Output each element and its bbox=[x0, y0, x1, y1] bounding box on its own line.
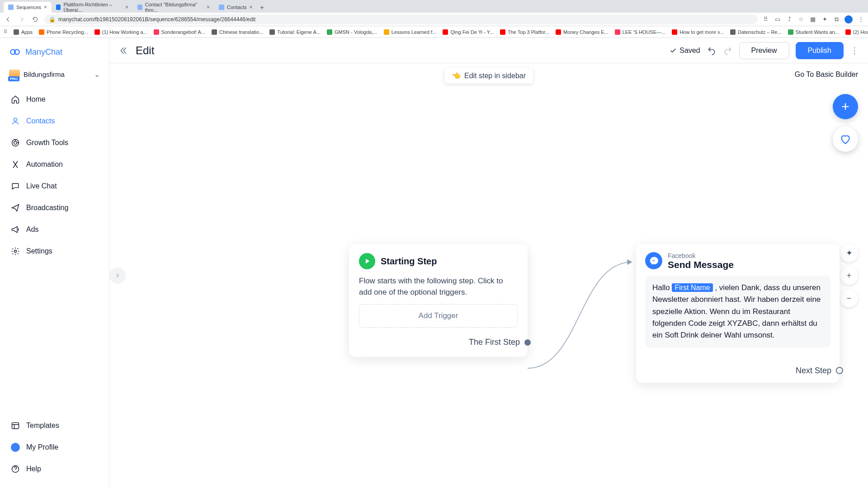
bookmark-item[interactable]: Sonderangebot! A... bbox=[154, 29, 205, 35]
bookmark-item[interactable]: (2) How To Add A... bbox=[845, 29, 868, 35]
back-icon[interactable] bbox=[118, 45, 129, 56]
sidebar-item-contacts[interactable]: Contacts bbox=[5, 111, 104, 131]
reload-button[interactable] bbox=[31, 15, 40, 24]
close-icon[interactable]: × bbox=[249, 4, 252, 10]
sidebar-item-livechat[interactable]: Live Chat bbox=[5, 176, 104, 196]
bookmarks-apps[interactable]: ⠿ bbox=[4, 29, 7, 35]
add-node-button[interactable]: + bbox=[833, 94, 858, 119]
zoom-out-button[interactable]: − bbox=[840, 289, 858, 307]
brand[interactable]: ManyChat bbox=[0, 42, 109, 64]
kebab-icon[interactable]: ⋮ bbox=[850, 46, 859, 56]
chat-icon bbox=[11, 182, 20, 191]
bookmark-favicon-icon bbox=[154, 29, 159, 35]
topbar: Edit Saved Preview Publish ⋮ bbox=[109, 38, 868, 63]
browser-tab[interactable]: Sequences × bbox=[4, 2, 52, 13]
bookmark-item[interactable]: The Top 3 Platfor... bbox=[500, 29, 549, 35]
forward-button[interactable] bbox=[17, 15, 26, 24]
sidebar-collapse-handle[interactable] bbox=[109, 267, 126, 284]
send-icon bbox=[11, 203, 20, 212]
bookmark-item[interactable]: Qing Fei De Yi - Y... bbox=[443, 29, 494, 35]
browser-tab[interactable]: Contact "Bildungsfirma" thro... × bbox=[133, 2, 214, 13]
app: ManyChat PRO Bildungsfirma ⌄ Home Contac… bbox=[0, 38, 868, 488]
ext-icon[interactable]: ▦ bbox=[809, 16, 816, 23]
redo-button[interactable] bbox=[723, 46, 733, 56]
megaphone-icon bbox=[11, 225, 20, 234]
translate-icon[interactable]: ⠿ bbox=[762, 16, 769, 23]
bookmark-item[interactable]: Money Changes E... bbox=[556, 29, 609, 35]
send-message-card[interactable]: Facebook Send Message Hallo First Name ,… bbox=[636, 244, 840, 383]
bookmark-item[interactable]: Apps bbox=[14, 29, 33, 35]
puzzle-icon[interactable]: ✦ bbox=[821, 16, 828, 23]
gift-icon[interactable]: ⧉ bbox=[833, 16, 840, 23]
saved-status: Saved bbox=[670, 47, 700, 55]
flow-canvas[interactable]: 👈 Edit step in sidebar Go To Basic Build… bbox=[109, 63, 868, 488]
tab-title: Contacts bbox=[227, 5, 246, 10]
bookmark-item[interactable]: Chinese translatio... bbox=[212, 29, 263, 35]
workspace-selector[interactable]: PRO Bildungsfirma ⌄ bbox=[6, 67, 103, 81]
saved-label: Saved bbox=[679, 47, 700, 55]
next-step-label: Next Step bbox=[796, 366, 831, 375]
edit-sidebar-pill[interactable]: 👈 Edit step in sidebar bbox=[444, 68, 533, 84]
kebab-icon[interactable]: ⋮ bbox=[857, 16, 864, 23]
bookmark-label: (1) How Working a... bbox=[102, 29, 147, 35]
close-icon[interactable]: × bbox=[207, 4, 210, 10]
svg-point-2 bbox=[14, 118, 17, 121]
bookmark-item[interactable]: Student Wants an... bbox=[788, 29, 839, 35]
back-button[interactable] bbox=[4, 15, 13, 24]
preview-button[interactable]: Preview bbox=[739, 42, 789, 59]
sidebar-item-automation[interactable]: Automation bbox=[5, 155, 104, 174]
sidebar-item-profile[interactable]: My Profile bbox=[5, 437, 104, 457]
favicon-icon bbox=[219, 5, 224, 10]
add-trigger-button[interactable]: Add Trigger bbox=[359, 304, 518, 328]
pro-badge: PRO bbox=[8, 76, 19, 81]
sidebar-item-growth[interactable]: Growth Tools bbox=[5, 133, 104, 153]
sidebar-item-broadcasting[interactable]: Broadcasting bbox=[5, 198, 104, 218]
basic-builder-button[interactable]: Go To Basic Builder bbox=[791, 68, 862, 81]
favicon-icon bbox=[56, 5, 61, 10]
sidebar-item-label: Ads bbox=[26, 225, 39, 234]
bookmark-label: Money Changes E... bbox=[563, 29, 609, 35]
automation-icon bbox=[11, 160, 20, 169]
bookmark-item[interactable]: (1) How Working a... bbox=[94, 29, 147, 35]
bookmark-item[interactable]: Phone Recycling... bbox=[39, 29, 88, 35]
browser-tab[interactable]: Contacts × bbox=[214, 2, 257, 13]
publish-button[interactable]: Publish bbox=[796, 42, 844, 59]
browser-tab[interactable]: Plattform-Richtlinien – Übersi... × bbox=[52, 2, 133, 13]
bookmark-label: Chinese translatio... bbox=[219, 29, 263, 35]
zoom-in-button[interactable]: + bbox=[840, 267, 858, 285]
sidebar-item-label: Growth Tools bbox=[26, 139, 68, 147]
tab-title: Plattform-Richtlinien – Übersi... bbox=[63, 2, 123, 13]
favorite-button[interactable] bbox=[833, 127, 858, 152]
close-icon[interactable]: × bbox=[125, 4, 128, 10]
starting-step-card[interactable]: Starting Step Flow starts with the follo… bbox=[349, 244, 528, 357]
url-field[interactable]: 🔒 manychat.com/fb198150208192061B/sequen… bbox=[44, 14, 758, 24]
share-icon[interactable]: ⤴ bbox=[786, 16, 793, 23]
magic-button[interactable]: ✦ bbox=[840, 244, 858, 262]
url-text: manychat.com/fb198150208192061B/sequence… bbox=[58, 16, 255, 23]
message-bubble[interactable]: Hallo First Name , vielen Dank, dass du … bbox=[645, 276, 830, 348]
bookmark-item[interactable]: Lessons Learned f... bbox=[384, 29, 437, 35]
next-step-port[interactable]: Next Step bbox=[645, 366, 830, 378]
sidebar-item-home[interactable]: Home bbox=[5, 89, 104, 109]
sidebar-item-ads[interactable]: Ads bbox=[5, 220, 104, 239]
bookmark-item[interactable]: How to get more v... bbox=[672, 29, 724, 35]
star-icon[interactable]: ☆ bbox=[797, 16, 805, 23]
bookmark-item[interactable]: GMSN - Vologda,... bbox=[327, 29, 377, 35]
output-port-icon[interactable] bbox=[524, 339, 531, 346]
new-tab-button[interactable]: + bbox=[257, 3, 267, 13]
output-port-icon[interactable] bbox=[836, 367, 843, 374]
bookmark-item[interactable]: Tutorial: Eigene A... bbox=[269, 29, 321, 35]
sidebar-item-help[interactable]: Help bbox=[5, 459, 104, 479]
bookmark-item[interactable]: Datenschutz – Re... bbox=[730, 29, 782, 35]
bookmark-item[interactable]: LEE 'S HOUSE—... bbox=[615, 29, 666, 35]
profile-avatar[interactable] bbox=[844, 15, 853, 23]
bookmark-favicon-icon bbox=[615, 29, 620, 35]
first-step-port[interactable]: The First Step bbox=[359, 338, 518, 347]
undo-button[interactable] bbox=[707, 46, 717, 56]
sidebar-item-templates[interactable]: Templates bbox=[5, 416, 104, 436]
close-icon[interactable]: × bbox=[44, 4, 47, 10]
variable-chip[interactable]: First Name bbox=[672, 283, 712, 292]
sidebar-item-settings[interactable]: Settings bbox=[5, 241, 104, 261]
video-icon[interactable]: ▭ bbox=[774, 16, 781, 23]
first-step-label: The First Step bbox=[469, 338, 520, 347]
